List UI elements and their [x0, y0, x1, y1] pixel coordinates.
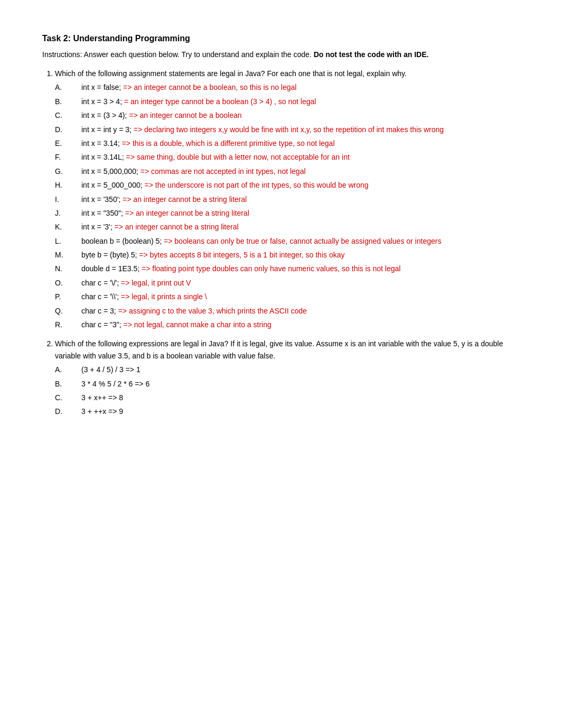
list-item: R. char c = "3"; => not legal, cannot ma… [55, 319, 519, 330]
item-code: int x = '350'; [81, 195, 120, 204]
item-content: 3 * 4 % 5 / 2 * 6 => 6 [81, 378, 519, 390]
page-container: Task 2: Understanding Programming Instru… [42, 32, 519, 418]
item-code: int x = 5_000_000; [81, 181, 143, 189]
item-code: int x = int y = 3; [81, 125, 132, 134]
question-1-text: Which of the following assignment statem… [55, 69, 407, 78]
main-list: Which of the following assignment statem… [42, 68, 519, 418]
item-content: 3 + ++x => 9 [81, 406, 519, 417]
item-answer: => bytes accepts 8 bit integers, 5 is a … [137, 251, 344, 259]
item-content: boolean b = (boolean) 5; => booleans can… [81, 235, 519, 247]
item-answer: => floating point type doubles can only … [139, 264, 400, 273]
page-title: Task 2: Understanding Programming [42, 32, 519, 45]
item-content: int x = 3.14; => this is a double, which… [81, 137, 519, 149]
list-item: C. int x = (3 > 4); => an integer cannot… [55, 109, 519, 121]
item-label: G. [55, 165, 81, 177]
item-answer: => an integer cannot be a boolean [127, 111, 241, 119]
list-item: H. int x = 5_000_000; => the underscore … [55, 179, 519, 191]
item-content: int x = 5,000,000; => commas are not acc… [81, 165, 519, 177]
item-content: int x = (3 > 4); => an integer cannot be… [81, 109, 519, 121]
item-content: int x = int y = 3; => declaring two inte… [81, 124, 519, 135]
item-code: char c = '\\'; [81, 292, 119, 301]
item-label: A. [55, 364, 81, 375]
item-code: char c = 3; [81, 307, 116, 315]
instructions: Instructions: Answer each question below… [42, 49, 519, 60]
item-content: int x = '350'; => an integer cannot be a… [81, 193, 519, 205]
item-label: J. [55, 207, 81, 219]
list-item: A. int x = false; => an integer cannot b… [55, 81, 519, 93]
item-answer: => declaring two integers x,y would be f… [132, 125, 444, 134]
instructions-normal: Instructions: Answer each question below… [42, 50, 314, 59]
item-code: (3 + 4 / 5) / 3 => 1 [81, 365, 141, 374]
item-answer: => the underscore is not part of the int… [143, 181, 369, 189]
item-code: 3 * 4 % 5 / 2 * 6 => 6 [81, 380, 149, 388]
item-label: C. [55, 392, 81, 403]
item-label: D. [55, 406, 81, 417]
item-label: M. [55, 249, 81, 261]
list-item: F. int x = 3.14L; => same thing, double … [55, 151, 519, 163]
list-item: M. byte b = (byte) 5; => bytes accepts 8… [55, 249, 519, 261]
item-label: R. [55, 319, 81, 330]
item-code: boolean b = (boolean) 5; [81, 237, 162, 245]
item-label: Q. [55, 305, 81, 317]
item-content: int x = 5_000_000; => the underscore is … [81, 179, 519, 191]
item-content: int x = '3'; => an integer cannot be a s… [81, 221, 519, 233]
item-code: byte b = (byte) 5; [81, 251, 137, 259]
item-label: D. [55, 124, 81, 135]
item-code: int x = '3'; [81, 223, 113, 231]
item-code: int x = false; [81, 83, 121, 91]
item-label: P. [55, 291, 81, 302]
item-label: K. [55, 221, 81, 233]
item-answer: => an integer cannot be a string literal [123, 209, 249, 217]
item-label: L. [55, 235, 81, 247]
item-answer: => not legal, cannot make a char into a … [121, 320, 272, 329]
item-label: N. [55, 263, 81, 274]
item-code: char c = "3"; [81, 320, 121, 329]
item-label: B. [55, 96, 81, 107]
sub-items-q1: A. int x = false; => an integer cannot b… [55, 81, 519, 330]
item-label: O. [55, 277, 81, 289]
item-answer: => commas are not accepted in int types,… [138, 167, 306, 176]
item-answer: => an integer cannot be a boolean, so th… [121, 83, 296, 91]
item-label: H. [55, 179, 81, 191]
list-item: L. boolean b = (boolean) 5; => booleans … [55, 235, 519, 247]
item-code: 3 + x++ => 8 [81, 393, 123, 402]
list-item: P. char c = '\\'; => legal, it prints a … [55, 291, 519, 302]
item-label: E. [55, 137, 81, 149]
item-content: char c = '\/'; => legal, it print out V [81, 277, 519, 289]
item-label: C. [55, 109, 81, 121]
item-content: char c = '\\'; => legal, it prints a sin… [81, 291, 519, 302]
item-content: int x = 3.14L; => same thing, double but… [81, 151, 519, 163]
item-content: int x = false; => an integer cannot be a… [81, 81, 519, 93]
question-1: Which of the following assignment statem… [55, 68, 519, 330]
item-answer: => booleans can only be true or false, c… [162, 237, 441, 245]
item-label: I. [55, 193, 81, 205]
item-code: int x = "350"; [81, 209, 123, 217]
list-item: Q. char c = 3; => assigning c to the val… [55, 305, 519, 317]
list-item: D. int x = int y = 3; => declaring two i… [55, 124, 519, 135]
item-content: int x = 3 > 4; = an integer type cannot … [81, 96, 519, 107]
item-answer: => same thing, double but with a letter … [124, 153, 350, 161]
item-answer: => an integer cannot be a string literal [113, 223, 239, 231]
item-answer: => an integer cannot be a string literal [120, 195, 247, 204]
list-item: I. int x = '350'; => an integer cannot b… [55, 193, 519, 205]
item-content: char c = 3; => assigning c to the value … [81, 305, 519, 317]
item-content: char c = "3"; => not legal, cannot make … [81, 319, 519, 330]
item-label: B. [55, 378, 81, 390]
list-item: C. 3 + x++ => 8 [55, 392, 519, 403]
item-code: int x = 5,000,000; [81, 167, 138, 176]
item-content: byte b = (byte) 5; => bytes accepts 8 bi… [81, 249, 519, 261]
sub-items-q2: A. (3 + 4 / 5) / 3 => 1 B. 3 * 4 % 5 / 2… [55, 364, 519, 418]
item-code: int x = 3.14; [81, 139, 120, 148]
list-item: K. int x = '3'; => an integer cannot be … [55, 221, 519, 233]
list-item: G. int x = 5,000,000; => commas are not … [55, 165, 519, 177]
item-answer: => this is a double, which is a differen… [120, 139, 335, 148]
item-answer: => assigning c to the value 3, which pri… [116, 307, 307, 315]
list-item: A. (3 + 4 / 5) / 3 => 1 [55, 364, 519, 375]
item-content: (3 + 4 / 5) / 3 => 1 [81, 364, 519, 375]
item-code: int x = 3 > 4; [81, 97, 122, 106]
item-code: int x = 3.14L; [81, 153, 124, 161]
list-item: E. int x = 3.14; => this is a double, wh… [55, 137, 519, 149]
list-item: B. int x = 3 > 4; = an integer type cann… [55, 96, 519, 107]
item-content: 3 + x++ => 8 [81, 392, 519, 403]
item-answer: => legal, it prints a single \ [119, 292, 207, 301]
